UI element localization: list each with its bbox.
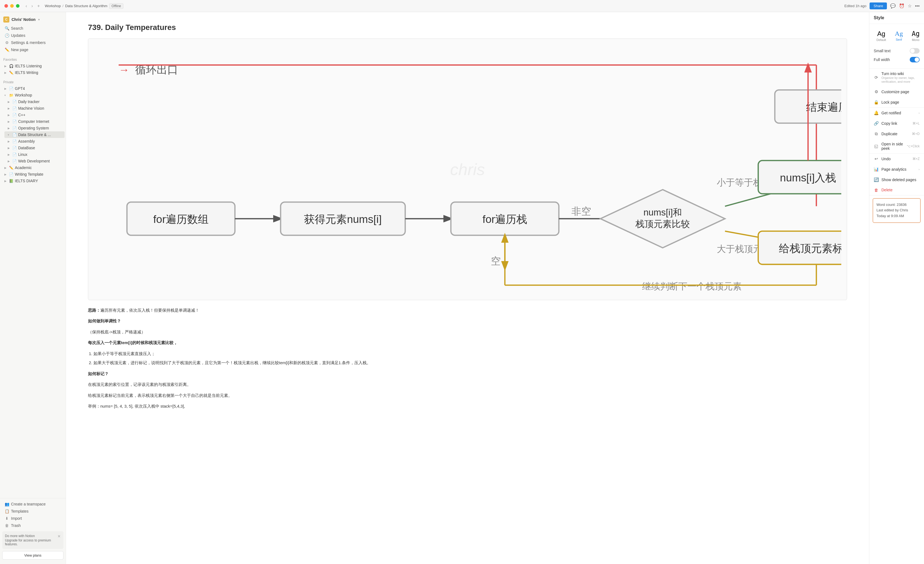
menu-item-duplicate[interactable]: ⧉ Duplicate ⌘+D <box>869 129 924 139</box>
chevron-icon: ▶ <box>8 153 11 156</box>
menu-item-open-side-peek[interactable]: ◱ Open in side peek ⌥+Click <box>869 139 924 153</box>
content-list: 如果小于等于栈顶元素直接压入； 如果大于栈顶元素，进行标记，说明找到了大于栈顶的… <box>93 350 847 366</box>
menu-item-lock-page[interactable]: 🔒 Lock page <box>869 97 924 108</box>
share-button[interactable]: Share <box>870 3 887 9</box>
page-icon: 🎧 <box>9 64 14 68</box>
item-label: Machine Vision <box>18 106 44 111</box>
sidebar-item-trash[interactable]: 🗑 Trash <box>1 522 64 529</box>
svg-text:获得元素nums[i]: 获得元素nums[i] <box>304 213 382 225</box>
sidebar-item-templates[interactable]: 📋 Templates <box>1 508 64 515</box>
word-count-label: Word count: 23836 <box>876 202 917 208</box>
menu-item-customize-page[interactable]: ⚙ Customize page <box>869 87 924 97</box>
sidebar-item-computer-internet[interactable]: ▶ 📄 Computer Internet <box>4 118 64 125</box>
svg-text:nums[i]入栈: nums[i]入栈 <box>780 171 836 184</box>
menu-item-content: Turn into wiki Organize by owner, tags, … <box>881 72 920 84</box>
back-button[interactable]: ‹ <box>24 3 28 9</box>
page-icon: ✏️ <box>9 70 14 75</box>
menu-item-undo[interactable]: ↩ Undo ⌘+Z <box>869 154 924 164</box>
sidebar-item-daily-tracker[interactable]: ▶ 📄 Daily tracker <box>4 98 64 105</box>
menu-item-label: Turn into wiki <box>881 72 920 76</box>
sidebar-item-machine-vision[interactable]: ▶ 📄 Machine Vision <box>4 105 64 112</box>
menu-item-get-notified[interactable]: 🔔 Get notified › <box>869 108 924 118</box>
sidebar-item-writing-template[interactable]: ▶ 📄 Writing Template <box>1 171 64 177</box>
small-text-label: Small text <box>874 49 891 53</box>
page-icon: 📄 <box>9 87 14 91</box>
menu-item-page-analytics[interactable]: 📊 Page analytics › <box>869 164 924 174</box>
sidebar-item-academic[interactable]: ▶ ✏️ Academic <box>1 164 64 171</box>
menu-item-show-deleted[interactable]: 🔄 Show deleted pages <box>869 174 924 185</box>
sidebar-item-ielts-writing[interactable]: ▶ ✏️ IELTS Writing <box>1 69 64 76</box>
clock-icon[interactable]: ⏰ <box>899 3 904 9</box>
sidebar-item-workshop[interactable]: ▾ 📁 Workshop <box>1 92 64 98</box>
comment-icon[interactable]: 💬 <box>890 3 896 9</box>
style-mono[interactable]: Ag Mono <box>909 28 922 43</box>
breadcrumb: Workshop / Data Structure & Algorithm Of… <box>45 3 844 9</box>
shortcut-label: ⌘+L <box>912 122 920 125</box>
sidebar-bottom: 👥 Create a teamspace 📋 Templates ⬇ Impor… <box>0 498 66 562</box>
more-icon[interactable]: ••• <box>915 4 920 9</box>
upgrade-banner: Do more with Notion ✕ Upgrade for access… <box>2 531 63 549</box>
small-text-toggle[interactable] <box>910 48 920 54</box>
svg-text:栈顶元素比较: 栈顶元素比较 <box>635 219 690 229</box>
list-item: 如果大于栈顶元素，进行标记，说明找到了大于栈顶的元素，且它为第一个！栈顶元素出栈… <box>93 359 847 366</box>
content-block-0: 思路：遍历所有元素，依次压入栈！但要保持栈是单调递减！ <box>88 307 847 314</box>
page-icon: 📁 <box>9 93 14 97</box>
style-default[interactable]: Ag Default <box>874 28 889 43</box>
sidebar-item-ielts-diary[interactable]: ▶ 📗 IELTS DIARY <box>1 177 64 184</box>
item-label: Computer Internet <box>18 119 49 124</box>
zoom-dot[interactable] <box>16 4 20 8</box>
panel-menu-section-3: ↩ Undo ⌘+Z 📊 Page analytics › 🔄 Show del… <box>869 154 924 195</box>
menu-label: Duplicate <box>881 132 909 136</box>
analytics-icon: 📊 <box>874 167 879 172</box>
sidebar-item-create-teamspace[interactable]: 👥 Create a teamspace <box>1 501 64 508</box>
close-dot[interactable] <box>4 4 8 8</box>
forward-button[interactable]: › <box>30 3 34 9</box>
full-width-toggle[interactable] <box>910 57 920 62</box>
trash-label: Trash <box>11 524 21 528</box>
style-default-ag: Ag <box>877 30 885 38</box>
right-panel: Style Ag Default Ag Serif Ag Mono Small … <box>869 12 924 564</box>
sidebar-item-assembly[interactable]: ▶ 📄 Assembly <box>4 138 64 145</box>
sidebar-item-gpt4[interactable]: ▶ 📄 GPT4 <box>1 85 64 92</box>
menu-item-copy-link[interactable]: 🔗 Copy link ⌘+L <box>869 118 924 129</box>
menu-label: Get notified <box>881 111 916 115</box>
minimize-dot[interactable] <box>10 4 14 8</box>
workspace-selector[interactable]: C Chris' Notion ▾ <box>0 14 66 25</box>
upgrade-subtitle: Upgrade for access to premium features. <box>5 538 61 546</box>
breadcrumb-page[interactable]: Data Structure & Algorithm <box>65 4 108 8</box>
sidebar-item-web-development[interactable]: ▶ 📄 Web Development <box>4 158 64 164</box>
upgrade-close-button[interactable]: ✕ <box>57 534 61 538</box>
chevron-icon: ▶ <box>4 87 8 90</box>
sidebar-item-import[interactable]: ⬇ Import <box>1 515 64 522</box>
style-mono-ag: Ag <box>912 30 920 38</box>
settings-icon: ⚙ <box>4 40 9 45</box>
sidebar-item-database[interactable]: ▶ 📄 DataBase <box>4 145 64 151</box>
page-icon: ✏️ <box>9 166 14 170</box>
content-block-1: 如何做到单调性？ <box>88 318 847 325</box>
page-icon: 📄 <box>12 153 17 157</box>
sidebar-item-linux[interactable]: ▶ 📄 Linux <box>4 151 64 158</box>
svg-text:for遍历栈: for遍历栈 <box>483 213 527 225</box>
content-heading-mark: 如何标记？ <box>88 370 847 377</box>
sidebar-item-settings[interactable]: ⚙ Settings & members <box>1 39 64 46</box>
view-plans-button[interactable]: View plans <box>2 551 63 560</box>
chevron-icon: ▶ <box>8 107 11 110</box>
sidebar-item-data-structure[interactable]: ▾ 📄 Data Structure & ... <box>4 131 64 138</box>
word-count-popup: Word count: 23836 Last edited by Chris T… <box>873 198 921 223</box>
menu-item-turn-into-wiki[interactable]: ⟳ Turn into wiki Organize by owner, tags… <box>869 69 924 87</box>
menu-item-delete[interactable]: 🗑 Delete <box>869 185 924 195</box>
style-serif[interactable]: Ag Serif <box>892 28 906 43</box>
content-text-mark-desc1: 在栈顶元素的索引位置，记录该元素的与栈顶索引距离。 <box>88 381 847 388</box>
last-edited-label: Last edited by Chris <box>876 207 917 213</box>
sidebar-item-cpp[interactable]: ▶ 📄 C++ <box>4 112 64 118</box>
sidebar-item-new-page[interactable]: ✏️ New page <box>1 46 64 53</box>
sidebar-item-ielts-listening[interactable]: ▶ 🎧 IELTS Listening <box>1 63 64 69</box>
star-icon[interactable]: ☆ <box>908 3 912 9</box>
new-tab-button[interactable]: + <box>36 3 42 9</box>
sidebar-item-operating-system[interactable]: ▶ 📄 Operating System <box>4 125 64 131</box>
item-label: Academic <box>15 165 32 170</box>
breadcrumb-parent[interactable]: Workshop <box>45 4 61 8</box>
sidebar-item-updates[interactable]: 🕐 Updates <box>1 32 64 39</box>
sidebar-item-search[interactable]: 🔍 Search <box>1 25 64 32</box>
search-label: Search <box>11 26 23 30</box>
